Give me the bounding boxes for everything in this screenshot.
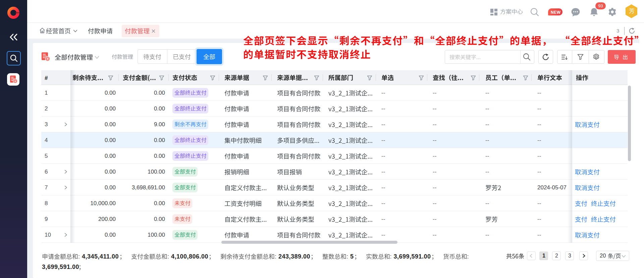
- svg-text:¥: ¥: [46, 57, 49, 61]
- svg-text:¥: ¥: [14, 80, 16, 83]
- svg-text:CRM: CRM: [16, 12, 19, 14]
